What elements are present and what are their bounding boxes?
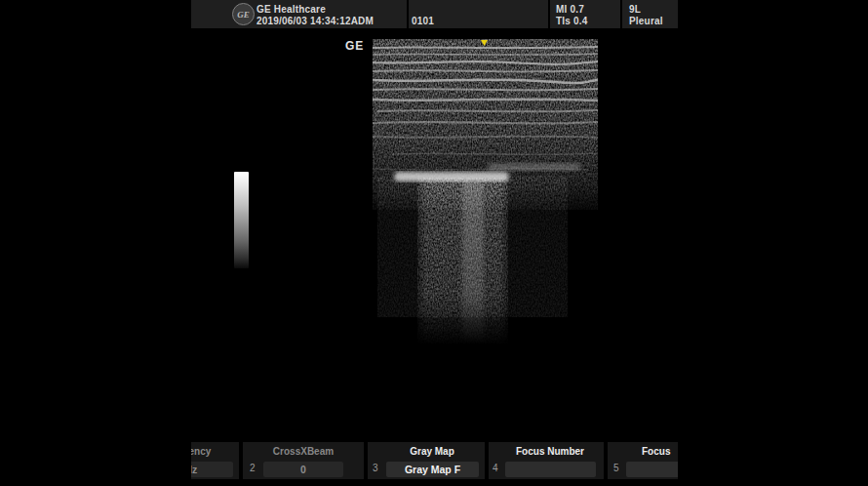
ultrasound-scan-image[interactable]: [373, 39, 598, 346]
softkey-number: 2: [250, 463, 256, 473]
datetime-text: 2019/06/03 14:34:12ADM: [256, 16, 374, 26]
softkey-label: Frequency: [191, 446, 211, 457]
softkey-value-box[interactable]: [505, 462, 596, 477]
header-divider: [407, 0, 409, 28]
softkey-gray-map[interactable]: Gray Map 3 Gray Map F: [368, 442, 485, 479]
ultrasound-system-screen: { "header": { "logo_monogram": "GE", "br…: [0, 0, 868, 486]
ge-logo-icon: GE: [232, 3, 255, 25]
ultrasound-display: GE GE Healthcare 2019/06/03 14:34:12ADM …: [191, 0, 678, 486]
mi-value: MI 0.7: [556, 4, 584, 15]
preset-name: Pleural: [629, 16, 663, 26]
softkey-value-box[interactable]: Gray Map F: [386, 462, 479, 477]
softkey-number: 3: [373, 463, 378, 473]
softkey-value-box[interactable]: MHz: [191, 462, 233, 477]
softkey-label: CrossXBeam: [273, 446, 334, 457]
tis-value: TIs 0.4: [556, 16, 588, 26]
softkey-frequency[interactable]: Frequency MHz: [191, 442, 239, 479]
softkey-crossxbeam[interactable]: CrossXBeam 2 0: [243, 442, 364, 479]
softkey-focus[interactable]: Focus 5: [608, 442, 678, 479]
softkey-focus-number[interactable]: Focus Number 4: [489, 442, 604, 479]
softkey-value-box[interactable]: [626, 462, 678, 477]
header-divider: [620, 0, 622, 28]
header-divider: [548, 0, 550, 28]
softkey-label: Gray Map: [410, 446, 454, 457]
softkey-value-box[interactable]: 0: [263, 462, 343, 477]
brand-name: GE Healthcare: [256, 4, 326, 15]
softkey-label: Focus Number: [516, 446, 584, 457]
softkey-number: 5: [613, 463, 619, 473]
pleural-line-right: [488, 163, 580, 171]
probe-name: 9L: [629, 4, 641, 15]
grayscale-reference-bar: [234, 172, 249, 268]
softkey-number: 4: [493, 463, 498, 473]
ge-watermark: GE: [345, 39, 364, 53]
softkey-label: Focus: [642, 446, 670, 457]
reverberation-column: [417, 178, 508, 344]
header-bar: GE GE Healthcare 2019/06/03 14:34:12ADM …: [191, 0, 678, 30]
exam-id: 0101: [412, 16, 434, 26]
